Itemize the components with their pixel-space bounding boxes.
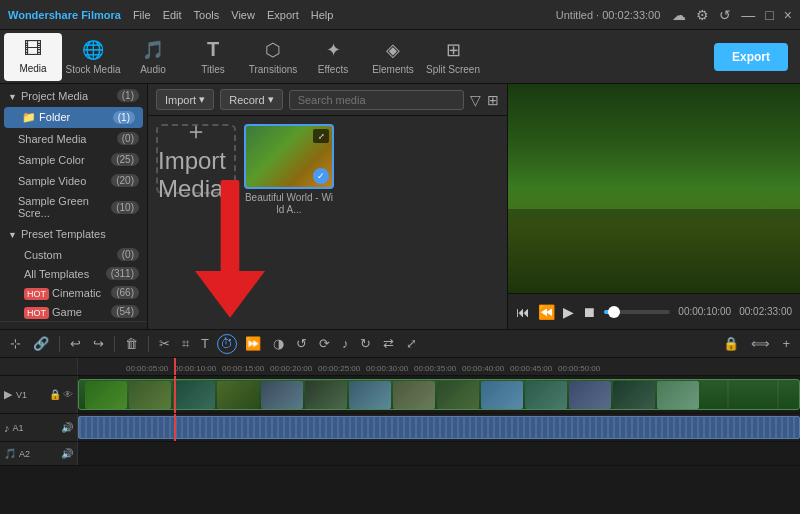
- menu-view[interactable]: View: [231, 9, 255, 21]
- menu-export[interactable]: Export: [267, 9, 299, 21]
- refresh-icon[interactable]: ↺: [719, 7, 731, 23]
- timeline-right-controls: 🔒 ⟺ +: [719, 334, 794, 353]
- toolbar-elements[interactable]: ◈ Elements: [364, 33, 422, 81]
- close-icon[interactable]: ×: [784, 7, 792, 23]
- record-label: Record: [229, 94, 264, 106]
- motion-button[interactable]: ↺: [292, 334, 311, 353]
- audio-clip[interactable]: [78, 416, 800, 439]
- toolbar-transitions-label: Transitions: [249, 64, 298, 75]
- redo-button[interactable]: ↪: [89, 334, 108, 353]
- toolbar-separator: [59, 336, 60, 352]
- video-clip[interactable]: [78, 379, 800, 410]
- filter-icon[interactable]: ▽: [470, 92, 481, 108]
- ai-button[interactable]: ⟳: [315, 334, 334, 353]
- thumbnail-image: ⤢ ✓: [244, 124, 334, 189]
- search-input[interactable]: [289, 90, 464, 110]
- preview-time-current: 00:00:10:00: [678, 306, 731, 317]
- timeline-zoom-out[interactable]: 🔒: [719, 334, 743, 353]
- menu-edit[interactable]: Edit: [163, 9, 182, 21]
- record-dropdown-icon: ▾: [268, 93, 274, 106]
- effects-icon: ✦: [326, 39, 341, 61]
- audio-mute-btn[interactable]: 🔊: [61, 422, 73, 433]
- preview-controls: ⏮ ⏪ ▶ ⏹ 00:00:10:00 00:02:33:00: [508, 293, 800, 329]
- preview-progress-bar[interactable]: [604, 310, 670, 314]
- mask-button[interactable]: ◑: [269, 334, 288, 353]
- sidebar-item-folder[interactable]: 📁 Folder (1): [4, 107, 143, 128]
- track-header-buttons: 🔒 👁: [49, 389, 73, 400]
- crop-button[interactable]: ⌗: [178, 334, 193, 354]
- sidebar-project-media-header[interactable]: ▼Project Media (1): [0, 84, 147, 107]
- track-lock-btn[interactable]: 🔒: [49, 389, 61, 400]
- import-media-label: Import Media: [158, 147, 234, 203]
- sidebar-item-game[interactable]: HOTGame (54): [0, 302, 147, 321]
- toolbar-media[interactable]: 🎞 Media: [4, 33, 62, 81]
- menu-tools[interactable]: Tools: [194, 9, 220, 21]
- main-content: ▼Project Media (1) 📁 Folder (1) Shared M…: [0, 84, 800, 329]
- sidebar-item-shared-media[interactable]: Shared Media (0): [0, 128, 147, 149]
- grid-view-icon[interactable]: ⊞: [487, 92, 499, 108]
- cut-button[interactable]: ✂: [155, 334, 174, 353]
- rotate-right-btn[interactable]: ↻: [356, 334, 375, 353]
- timeline-link-tool[interactable]: 🔗: [29, 334, 53, 353]
- preview-time-total: 00:02:33:00: [739, 306, 792, 317]
- playhead-audio-track: [174, 414, 176, 441]
- app-logo: Wondershare Filmora: [8, 9, 121, 21]
- toolbar-audio-label: Audio: [140, 64, 166, 75]
- toolbar-stock-media[interactable]: 🌐 Stock Media: [64, 33, 122, 81]
- maximize-icon[interactable]: □: [765, 7, 773, 23]
- freeze-frame-button[interactable]: ⏱: [217, 334, 237, 354]
- menu-file[interactable]: File: [133, 9, 151, 21]
- sidebar-item-custom[interactable]: Custom (0): [0, 245, 147, 264]
- playhead-track: [174, 376, 176, 413]
- flip-btn[interactable]: ⇄: [379, 334, 398, 353]
- sidebar-preset-templates-header[interactable]: ▼Preset Templates: [0, 223, 147, 245]
- record-button[interactable]: Record ▾: [220, 89, 282, 110]
- minimize-icon[interactable]: —: [741, 7, 755, 23]
- sidebar-item-sample-video[interactable]: Sample Video (20): [0, 170, 147, 191]
- import-button[interactable]: Import ▾: [156, 89, 214, 110]
- sidebar-item-sample-color[interactable]: Sample Color (25): [0, 149, 147, 170]
- settings-icon[interactable]: ⚙: [696, 7, 709, 23]
- toolbar-separator-3: [148, 336, 149, 352]
- expand-btn[interactable]: ⤢: [402, 334, 421, 353]
- toolbar-split-screen[interactable]: ⊞ Split Screen: [424, 33, 482, 81]
- timeline-zoom-in[interactable]: +: [778, 334, 794, 353]
- sidebar-item-cinematic[interactable]: HOTCinematic (66): [0, 283, 147, 302]
- audio-track-content: [78, 414, 800, 441]
- thumb-check-icon: ✓: [313, 168, 329, 184]
- media-grid: ＋ Import Media ⤢ ✓ Beautiful World - Wil…: [148, 116, 507, 329]
- toolbar-elements-label: Elements: [372, 64, 414, 75]
- media-toolbar: Import ▾ Record ▾ ▽ ⊞: [148, 84, 507, 116]
- bottom-audio-vol-btn[interactable]: 🔊: [61, 448, 73, 459]
- delete-button[interactable]: 🗑: [121, 334, 142, 353]
- undo-button[interactable]: ↩: [66, 334, 85, 353]
- play-button[interactable]: ▶: [563, 304, 574, 320]
- stop-button[interactable]: ⏹: [582, 304, 596, 320]
- media-thumbnail[interactable]: ⤢ ✓ Beautiful World - Wild A...: [244, 124, 334, 216]
- video-track-icon: ▶: [4, 388, 12, 401]
- track-visible-btn[interactable]: 👁: [63, 389, 73, 400]
- audio-track-header: ♪ A1 🔊: [0, 414, 78, 441]
- toolbar-transitions[interactable]: ⬡ Transitions: [244, 33, 302, 81]
- sidebar-item-sample-green[interactable]: Sample Green Scre... (10): [0, 191, 147, 223]
- timeline-select-tool[interactable]: ⊹: [6, 334, 25, 353]
- sidebar-item-all-templates[interactable]: All Templates (311): [0, 264, 147, 283]
- audio-btn[interactable]: ♪: [338, 334, 353, 353]
- cloud-icon[interactable]: ☁: [672, 7, 686, 23]
- import-label: Import: [165, 94, 196, 106]
- import-media-button[interactable]: ＋ Import Media: [156, 124, 236, 194]
- toolbar-effects[interactable]: ✦ Effects: [304, 33, 362, 81]
- play-slow-button[interactable]: ⏪: [538, 304, 555, 320]
- timeline-fit[interactable]: ⟺: [747, 334, 774, 353]
- export-button[interactable]: Export: [714, 43, 788, 71]
- prev-frame-button[interactable]: ⏮: [516, 304, 530, 320]
- toolbar-audio[interactable]: 🎵 Audio: [124, 33, 182, 81]
- speed-button[interactable]: ⏩: [241, 334, 265, 353]
- media-toolbar-icons: ▽ ⊞: [470, 92, 499, 108]
- toolbar-titles[interactable]: T Titles: [184, 33, 242, 81]
- progress-handle[interactable]: [608, 306, 620, 318]
- text-button[interactable]: T: [197, 334, 213, 353]
- bottom-audio-label: A2: [19, 449, 30, 459]
- menu-help[interactable]: Help: [311, 9, 334, 21]
- menu-bar: File Edit Tools View Export Help: [133, 9, 556, 21]
